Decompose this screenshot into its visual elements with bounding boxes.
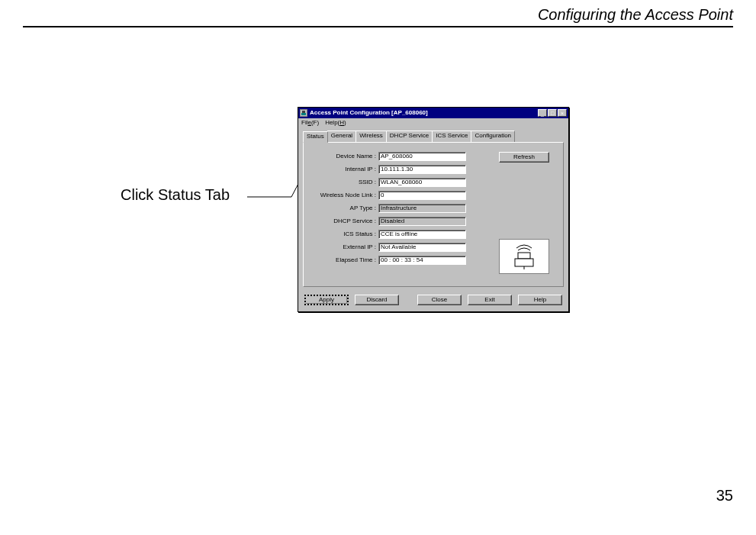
tab-dhcp-service[interactable]: DHCP Service	[386, 131, 433, 142]
app-window: Access Point Configuration [AP_608060] _…	[298, 107, 569, 312]
tab-row: Status General Wireless DHCP Service ICS…	[298, 127, 568, 142]
tab-wireless[interactable]: Wireless	[355, 131, 387, 142]
tab-general[interactable]: General	[327, 131, 356, 142]
label-ap-type: AP Type :	[310, 205, 378, 211]
status-panel: Refresh Device Name : AP_608060 Internal…	[303, 142, 564, 287]
close-button[interactable]: Close	[417, 295, 462, 305]
label-external-ip: External IP :	[310, 244, 378, 250]
discard-button[interactable]: Discard	[355, 295, 399, 305]
value-external-ip: Not Available	[378, 243, 466, 252]
value-device-name: AP_608060	[378, 152, 466, 161]
window-title: Access Point Configuration [AP_608060]	[310, 110, 538, 116]
svg-rect-1	[302, 111, 305, 113]
tab-status[interactable]: Status	[303, 131, 328, 143]
label-dhcp: DHCP Service :	[310, 218, 378, 224]
app-icon	[300, 109, 307, 117]
minimize-button[interactable]: _	[538, 109, 547, 117]
tab-ics-service[interactable]: ICS Service	[432, 131, 471, 142]
header-rule	[23, 26, 733, 27]
label-ssid: SSID :	[310, 179, 378, 185]
exit-button[interactable]: Exit	[468, 295, 512, 305]
label-elapsed: Elapsed Time :	[310, 257, 378, 263]
callout-label: Click Status Tab	[121, 186, 230, 204]
menu-help[interactable]: Help(H)	[325, 120, 346, 126]
button-row: Apply Discard Close Exit Help	[298, 290, 568, 311]
value-elapsed: 00 : 00 : 33 : 54	[378, 256, 466, 265]
svg-rect-2	[518, 253, 530, 259]
close-window-button[interactable]: ×	[558, 109, 567, 117]
label-node-link: Wireless Node Link :	[310, 192, 378, 198]
value-ssid: WLAN_608060	[378, 178, 466, 187]
label-internal-ip: Internal IP :	[310, 166, 378, 172]
value-dhcp: Disabled	[378, 217, 466, 226]
maximize-button[interactable]: □	[548, 109, 557, 117]
label-device-name: Device Name :	[310, 153, 378, 160]
value-ap-type: Infrastructure	[378, 204, 466, 213]
value-internal-ip: 10.111.1.30	[378, 165, 466, 174]
device-illustration	[499, 239, 549, 274]
value-ics: CCE is offline	[378, 230, 466, 239]
help-button[interactable]: Help	[518, 295, 562, 305]
page-number: 35	[716, 487, 733, 504]
apply-button[interactable]: Apply	[304, 295, 349, 305]
tab-configuration[interactable]: Configuration	[471, 131, 515, 142]
menu-file[interactable]: File(F)	[301, 120, 319, 126]
svg-rect-3	[515, 259, 533, 266]
titlebar[interactable]: Access Point Configuration [AP_608060] _…	[298, 108, 568, 118]
label-ics: ICS Status :	[310, 231, 378, 237]
refresh-button[interactable]: Refresh	[499, 152, 549, 163]
menubar: File(F) Help(H)	[298, 118, 568, 127]
page-header: Configuring the Access Point	[538, 6, 733, 24]
value-node-link: 0	[378, 191, 466, 200]
svg-rect-0	[301, 113, 306, 115]
